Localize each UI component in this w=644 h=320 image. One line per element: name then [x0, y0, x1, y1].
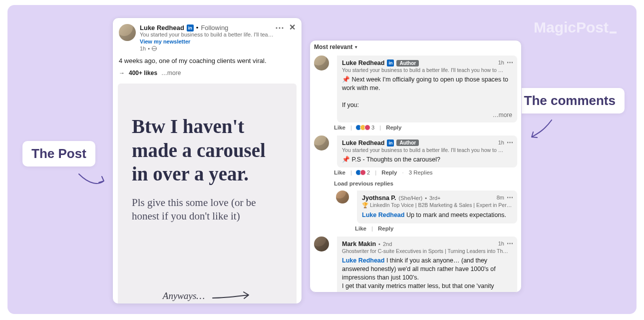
carousel-slide[interactable]: Btw I haven't made a carousel in over a … — [118, 84, 297, 304]
comment-time: 1h — [498, 60, 504, 66]
comment-byline: Ghostwriter for C-suite Executives in Sp… — [342, 248, 512, 254]
comment-time: 1h — [498, 240, 504, 246]
post-relation: Following — [201, 24, 228, 32]
linkedin-badge-icon: in — [387, 60, 394, 66]
arrow-right-icon — [212, 291, 252, 301]
comment-byline: 🏆 LinkedIn Top Voice | B2B Marketing & S… — [362, 202, 512, 208]
comment-author[interactable]: Jyothsna P. — [362, 194, 396, 202]
linkedin-badge-icon: in — [387, 140, 394, 146]
comment-time: 8m — [497, 194, 504, 200]
close-icon[interactable]: ✕ — [289, 24, 296, 31]
reactions[interactable]: 2 — [357, 170, 370, 176]
avatar[interactable] — [119, 24, 136, 41]
love-icon — [360, 170, 366, 176]
dot: • — [196, 24, 199, 32]
comments-card: Most relevant▼ Luke Redhead in Author 1h… — [310, 40, 522, 292]
expand-more-link[interactable]: …more — [161, 70, 181, 76]
carousel-headline: Btw I haven't made a carousel in over a … — [132, 114, 283, 186]
callout-comments: The comments — [515, 88, 625, 114]
pin-icon: 📌 — [342, 156, 350, 163]
avatar[interactable] — [314, 236, 329, 252]
comment-menu-icon[interactable]: ⋯ — [507, 138, 513, 146]
comment-author[interactable]: Luke Redhead — [342, 60, 384, 66]
comment: Mark Makin • 2nd 1h ⋯ Ghostwriter for C-… — [310, 234, 521, 292]
post-author-name[interactable]: Luke Redhead — [140, 24, 184, 32]
comment: Luke Redhead in Author 1h ⋯ You started … — [310, 134, 521, 168]
comment-body: 📌 Next week I'm officially going to open… — [342, 76, 512, 110]
post-byline: You started your business to build a bet… — [140, 32, 275, 38]
author-badge: Author — [396, 140, 419, 146]
globe-icon — [152, 46, 157, 51]
comment-reply: Jyothsna P. (She/Her) • 3rd+ 8m ⋯ 🏆 Link… — [310, 188, 521, 224]
comment-body: 📌 P.S - Thoughts on the carousel? — [342, 156, 512, 164]
post-body-text: 4 weeks ago, one of my coaching clients … — [119, 56, 296, 66]
post-card: Luke Redhead in • Following You started … — [112, 18, 302, 304]
comment-menu-icon[interactable]: ⋯ — [507, 240, 513, 247]
mention[interactable]: Luke Redhead — [362, 212, 404, 218]
replies-count[interactable]: 3 Replies — [409, 170, 433, 176]
callout-post: The Post — [22, 141, 95, 166]
callout-comments-arrow — [527, 117, 557, 142]
comment-menu-icon[interactable]: ⋯ — [507, 194, 513, 201]
love-icon — [364, 124, 370, 130]
reactions[interactable]: 3 — [357, 124, 374, 130]
post-likes-row[interactable]: → 400+ likes …more — [119, 70, 296, 76]
reply-button[interactable]: Reply — [378, 226, 393, 232]
comment-time: 1h — [498, 140, 504, 146]
brand-logo: MagicPost — [534, 19, 617, 36]
comment-body: Luke Redhead I think if you ask anyone… … — [342, 256, 512, 292]
avatar[interactable] — [314, 56, 329, 70]
reply-button[interactable]: Reply — [381, 170, 397, 176]
pin-icon: 📌 — [342, 76, 350, 83]
like-button[interactable]: Like — [334, 170, 345, 176]
likes-count: 400+ likes — [129, 70, 157, 76]
reply-button[interactable]: Reply — [386, 124, 401, 130]
load-previous-replies[interactable]: Load previous replies — [310, 178, 521, 188]
comment-byline: You started your business to build a bet… — [342, 147, 512, 153]
author-badge: Author — [396, 60, 419, 66]
mention[interactable]: Luke Redhead — [342, 257, 384, 264]
carousel-subhead: Pls give this some love (or be honest if… — [132, 196, 283, 224]
sort-dropdown[interactable]: Most relevant▼ — [310, 40, 521, 54]
comment-byline: You started your business to build a bet… — [342, 67, 512, 73]
comment-author[interactable]: Mark Makin — [342, 240, 376, 248]
carousel-anyways: Anyways… — [163, 290, 205, 302]
avatar[interactable] — [314, 136, 329, 150]
avatar[interactable] — [336, 190, 349, 204]
like-button[interactable]: Like — [334, 124, 345, 130]
post-age: 1h — [140, 46, 146, 52]
comment-menu-icon[interactable]: ⋯ — [507, 58, 513, 66]
callout-post-arrow — [75, 170, 110, 190]
like-button[interactable]: Like — [355, 226, 366, 232]
comment-author[interactable]: Luke Redhead — [342, 140, 384, 146]
chevron-down-icon: ▼ — [354, 45, 358, 50]
linkedin-badge-icon: in — [187, 24, 194, 32]
view-newsletter-link[interactable]: View my newsletter — [140, 38, 275, 44]
post-menu-icon[interactable]: ⋯ — [275, 24, 284, 31]
comment-body: Luke Redhead Up to mark and meets expect… — [362, 211, 512, 220]
expand-more-link[interactable]: …more — [342, 112, 512, 118]
comment: Luke Redhead in Author 1h ⋯ You started … — [310, 54, 521, 122]
